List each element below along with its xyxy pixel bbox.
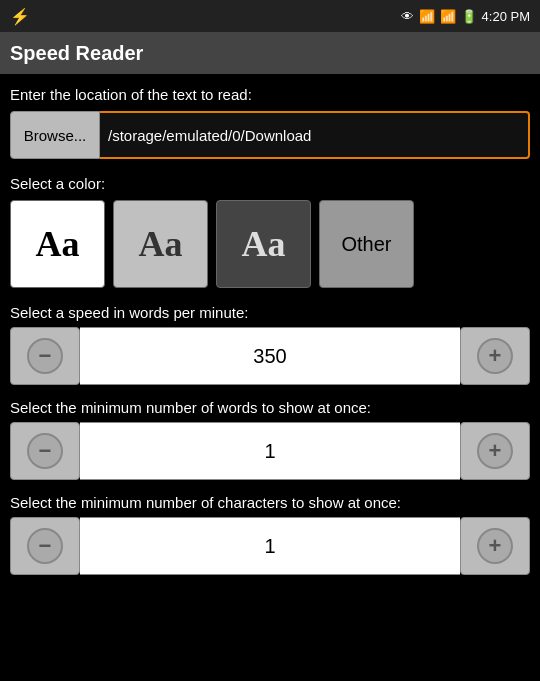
min-chars-value-display: 1 — [80, 517, 460, 575]
min-chars-section: Select the minimum number of characters … — [10, 494, 530, 575]
file-path-display[interactable]: /storage/emulated/0/Download — [100, 111, 530, 159]
speed-value-display: 350 — [80, 327, 460, 385]
min-words-label: Select the minimum number of words to sh… — [10, 399, 530, 416]
status-bar-left: ⚡ — [10, 7, 30, 26]
color-option-white[interactable]: Aa — [10, 200, 105, 288]
min-chars-decrease-button[interactable]: − — [10, 517, 80, 575]
app-title: Speed Reader — [10, 42, 143, 65]
color-label: Select a color: — [10, 175, 530, 192]
min-words-decrease-button[interactable]: − — [10, 422, 80, 480]
main-content: Enter the location of the text to read: … — [0, 74, 540, 601]
status-bar-right: 👁 📶 📶 🔋 4:20 PM — [401, 9, 530, 24]
speed-label: Select a speed in words per minute: — [10, 304, 530, 321]
color-option-other[interactable]: Other — [319, 200, 414, 288]
status-bar: ⚡ 👁 📶 📶 🔋 4:20 PM — [0, 0, 540, 32]
signal-icon: 📶 — [440, 9, 456, 24]
wifi-icon: 📶 — [419, 9, 435, 24]
color-tile-darkgray-label: Aa — [242, 223, 286, 265]
usb-icon: ⚡ — [10, 7, 30, 26]
speed-section: Select a speed in words per minute: − 35… — [10, 304, 530, 385]
minus-chars-icon: − — [27, 528, 63, 564]
min-words-increase-button[interactable]: + — [460, 422, 530, 480]
color-option-darkgray[interactable]: Aa — [216, 200, 311, 288]
plus-chars-icon: + — [477, 528, 513, 564]
speed-increase-button[interactable]: + — [460, 327, 530, 385]
speed-decrease-button[interactable]: − — [10, 327, 80, 385]
minus-circle-icon: − — [27, 338, 63, 374]
color-tile-lightgray-label: Aa — [139, 223, 183, 265]
eye-icon: 👁 — [401, 9, 414, 24]
color-section: Select a color: Aa Aa Aa Other — [10, 175, 530, 288]
min-words-value-display: 1 — [80, 422, 460, 480]
color-tile-other-label: Other — [341, 233, 391, 256]
plus-circle-icon: + — [477, 338, 513, 374]
min-chars-increase-button[interactable]: + — [460, 517, 530, 575]
color-row: Aa Aa Aa Other — [10, 200, 530, 288]
minus-words-icon: − — [27, 433, 63, 469]
file-row: Browse... /storage/emulated/0/Download — [10, 111, 530, 159]
min-words-spinner-row: − 1 + — [10, 422, 530, 480]
color-option-lightgray[interactable]: Aa — [113, 200, 208, 288]
browse-button[interactable]: Browse... — [10, 111, 100, 159]
plus-words-icon: + — [477, 433, 513, 469]
speed-spinner-row: − 350 + — [10, 327, 530, 385]
file-label: Enter the location of the text to read: — [10, 86, 530, 103]
title-bar: Speed Reader — [0, 32, 540, 74]
min-chars-spinner-row: − 1 + — [10, 517, 530, 575]
min-chars-label: Select the minimum number of characters … — [10, 494, 530, 511]
min-words-section: Select the minimum number of words to sh… — [10, 399, 530, 480]
battery-icon: 🔋 — [461, 9, 477, 24]
time-display: 4:20 PM — [482, 9, 530, 24]
color-tile-white-label: Aa — [36, 223, 80, 265]
